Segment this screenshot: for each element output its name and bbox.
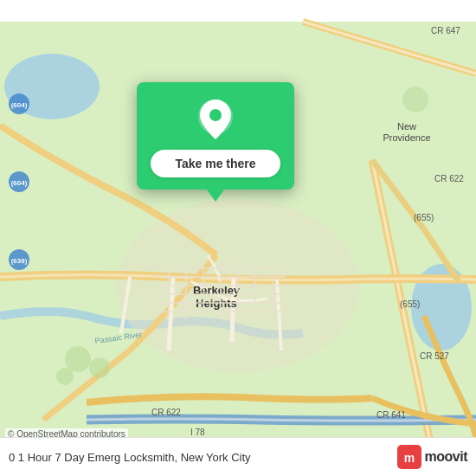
- svg-text:I 78: I 78: [190, 428, 205, 437]
- map-container: CR 647 (655) (655) CR 622 CR 527 CR 622 …: [0, 0, 476, 476]
- svg-point-23: [65, 346, 91, 372]
- svg-text:CR 622: CR 622: [151, 408, 181, 417]
- svg-text:(655): (655): [400, 299, 420, 309]
- popup-card: Take me there: [137, 82, 294, 190]
- moovit-logo: m moovit: [397, 445, 467, 469]
- svg-text:(638): (638): [11, 257, 28, 265]
- svg-point-29: [209, 109, 222, 121]
- take-me-there-button[interactable]: Take me there: [151, 150, 280, 177]
- map-background: CR 647 (655) (655) CR 622 CR 527 CR 622 …: [0, 0, 476, 476]
- svg-text:(655): (655): [414, 213, 434, 222]
- moovit-text: moovit: [425, 449, 467, 465]
- svg-text:CR 527: CR 527: [420, 351, 449, 361]
- svg-text:CR 647: CR 647: [431, 26, 460, 35]
- svg-point-24: [89, 357, 110, 378]
- svg-text:CR 641: CR 641: [376, 410, 406, 420]
- svg-text:(604): (604): [11, 179, 28, 187]
- moovit-icon: m: [397, 445, 421, 469]
- svg-point-25: [56, 368, 74, 385]
- svg-text:m: m: [403, 451, 414, 465]
- svg-text:Providence: Providence: [383, 132, 430, 143]
- popup-pointer: [207, 190, 224, 202]
- svg-text:New: New: [397, 121, 416, 132]
- svg-text:(604): (604): [11, 101, 28, 109]
- svg-text:CR 622: CR 622: [434, 174, 464, 183]
- location-pin-icon: [196, 98, 235, 141]
- bottom-bar: 0 1 Hour 7 Day Emerg Locksmith, New York…: [0, 437, 476, 476]
- svg-point-27: [402, 87, 428, 113]
- location-title: 0 1 Hour 7 Day Emerg Locksmith, New York…: [9, 451, 251, 464]
